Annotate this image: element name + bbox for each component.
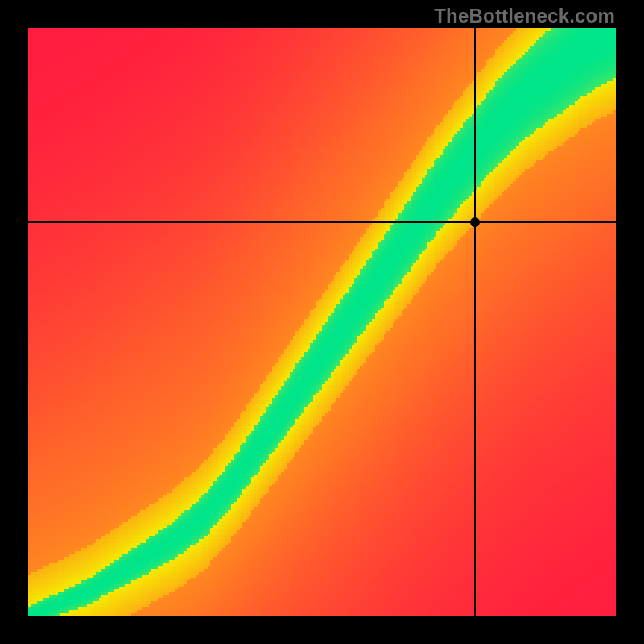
chart-container: TheBottleneck.com bbox=[0, 0, 644, 644]
crosshair-horizontal bbox=[28, 221, 616, 223]
heatmap-canvas bbox=[28, 28, 616, 616]
crosshair-vertical bbox=[474, 28, 476, 616]
attribution-label: TheBottleneck.com bbox=[434, 5, 615, 27]
selected-point-marker bbox=[470, 217, 480, 227]
plot-area bbox=[28, 28, 616, 616]
